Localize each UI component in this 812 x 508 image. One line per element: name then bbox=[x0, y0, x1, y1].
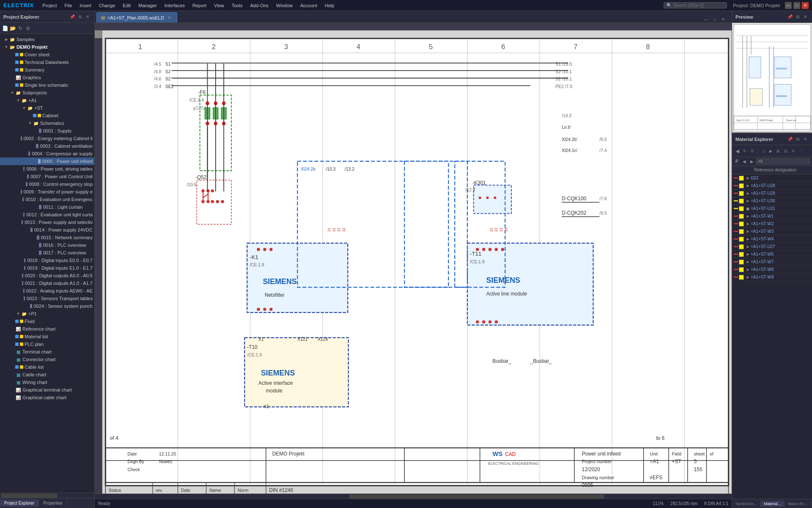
preview-float-btn[interactable]: ⧉ bbox=[794, 14, 801, 20]
tree-item-0007[interactable]: 0007 : Power unit Control Unit bbox=[0, 173, 94, 180]
tab-project-explorer[interactable]: Project Explorer bbox=[0, 500, 39, 507]
tree-item-0006[interactable]: 0006 : Power unit, driving tables bbox=[0, 165, 94, 173]
mat-search-field[interactable]: All bbox=[756, 158, 810, 164]
tree-item-0024[interactable]: 0024 : Sensor system punch bbox=[0, 302, 94, 310]
tree-item-material-list[interactable]: Material list bbox=[0, 333, 94, 340]
active-tab[interactable]: ▤ =A1+ST_Plan.0005.wsELD ✕ bbox=[96, 12, 177, 22]
menu-manager[interactable]: Manager bbox=[135, 2, 160, 9]
toggle-subprojects[interactable]: ▼ bbox=[9, 90, 15, 96]
maximize-button[interactable]: □ bbox=[793, 2, 800, 9]
tree-item-single-line[interactable]: Single line schematic bbox=[0, 81, 94, 89]
mat-row-2[interactable]: ➤ =A1+ST-U29 bbox=[732, 190, 812, 197]
tree-item-cable-list[interactable]: Cable list bbox=[0, 363, 94, 371]
tree-item-0018[interactable]: 0018 : Digital inputs E0.0 - E0.7 bbox=[0, 257, 94, 264]
tree-item-0021[interactable]: 0021 : Digital outputs A1.0 - A1.7 bbox=[0, 279, 94, 287]
panel-close-button[interactable]: ✕ bbox=[84, 14, 91, 20]
menu-window[interactable]: Window bbox=[273, 2, 296, 9]
menu-change[interactable]: Change bbox=[96, 2, 119, 9]
toggle-p1[interactable]: ▼ bbox=[15, 311, 21, 317]
tree-item-summary[interactable]: Summary bbox=[0, 66, 94, 74]
tree-item-0022[interactable]: 0022 : Analog inputs AEW0 - AE bbox=[0, 287, 94, 295]
menu-view[interactable]: View bbox=[211, 2, 228, 9]
mat-float-btn[interactable]: ⧉ bbox=[794, 136, 801, 143]
mat-row-8[interactable]: ➤ =A1+ST-W4 bbox=[732, 235, 812, 243]
mat-btn1[interactable]: ◁ bbox=[760, 148, 766, 155]
mat-row-6[interactable]: ➤ =A1+ST-W2 bbox=[732, 220, 812, 228]
tab-material-explorer[interactable]: Material... bbox=[761, 501, 785, 507]
tab-close-button[interactable]: ✕ bbox=[167, 15, 173, 21]
menu-account[interactable]: Account bbox=[297, 2, 321, 9]
preview-close-btn[interactable]: ✕ bbox=[802, 14, 809, 20]
menu-report[interactable]: Report bbox=[189, 2, 210, 9]
mat-row-13[interactable]: ➤ =A1+ST-W9 bbox=[732, 273, 812, 281]
mat-row-5[interactable]: ➤ =A1+ST-W1 bbox=[732, 213, 812, 220]
menu-file[interactable]: File bbox=[61, 2, 76, 9]
settings-button[interactable]: ⚙ bbox=[25, 25, 31, 32]
tab-symbol-explorer[interactable]: Symbol Ex... bbox=[732, 501, 761, 507]
panel-float-button[interactable]: ⧉ bbox=[77, 14, 83, 20]
menu-project[interactable]: Project bbox=[39, 2, 60, 9]
toggle-samples[interactable]: ▶ bbox=[3, 36, 9, 42]
toggle-demo[interactable]: ▼ bbox=[3, 44, 9, 50]
panel-restore-btn[interactable]: □ bbox=[711, 16, 718, 22]
toggle-st[interactable]: ▼ bbox=[21, 105, 27, 111]
tree-item-0008[interactable]: 0008 : Control emergency stop bbox=[0, 180, 94, 188]
search-input[interactable] bbox=[673, 3, 724, 8]
mat-close-btn[interactable]: ✕ bbox=[802, 136, 809, 143]
tree-item-0014[interactable]: 0014 : Power supply 24VDC bbox=[0, 226, 94, 234]
mat-arrow-left[interactable]: ◀ bbox=[741, 158, 748, 165]
tree-item-graphical-cable[interactable]: 📊 Graphical cable chart bbox=[0, 394, 94, 401]
mat-btn5[interactable]: ↯ bbox=[790, 148, 797, 155]
mat-btn4[interactable]: ⊟ bbox=[782, 148, 789, 155]
minimize-button[interactable]: — bbox=[785, 2, 792, 9]
preview-pin-btn[interactable]: 📌 bbox=[787, 14, 793, 20]
tree-item-p1[interactable]: ▼ 📁 +P1 bbox=[0, 310, 94, 318]
panel-close-doc-btn[interactable]: ✕ bbox=[720, 16, 727, 22]
mat-row-11[interactable]: ➤ =A1+ST-W7 bbox=[732, 258, 812, 266]
tree-item-0003[interactable]: 0003 : Cabinet ventilation bbox=[0, 142, 94, 150]
tab-macro-explorer[interactable]: Macro Ex... bbox=[785, 501, 811, 507]
tree-item-tech-datasheets[interactable]: Technical Datasheets bbox=[0, 58, 94, 66]
tree-item-0002[interactable]: 0002 : Energy metering Cabinet li bbox=[0, 135, 94, 142]
search-box[interactable]: 🔍 bbox=[664, 2, 727, 8]
tab-properties[interactable]: Properties bbox=[39, 500, 67, 507]
tree-item-st[interactable]: ▼ 📁 +ST bbox=[0, 104, 94, 112]
menu-interfaces[interactable]: Interfaces bbox=[161, 2, 188, 9]
tree-item-terminal-chart[interactable]: ▦ Terminal chart bbox=[0, 348, 94, 356]
tree-item-0009[interactable]: 0009 : Transfer of power supply e bbox=[0, 188, 94, 196]
tree-item-demo-projekt[interactable]: ▼ 📂 DEMO Projekt bbox=[0, 43, 94, 51]
tree-item-0013[interactable]: 0013 : Power supply and selectiv bbox=[0, 218, 94, 226]
close-button[interactable]: ✕ bbox=[802, 2, 809, 9]
explorer-hscrollbar[interactable] bbox=[0, 493, 94, 498]
tree-item-graphical-terminal[interactable]: 📊 Graphical terminal chart bbox=[0, 386, 94, 394]
menu-edit[interactable]: Edit bbox=[119, 2, 134, 9]
toggle-schematics[interactable]: ▼ bbox=[27, 120, 33, 126]
tree-item-cable-chart[interactable]: ▦ Cable chart bbox=[0, 371, 94, 378]
tree-item-0001[interactable]: 0001 : Supply bbox=[0, 127, 94, 135]
tree-item-0020[interactable]: 0020 : Digital outputs A0.0 - A0.5 bbox=[0, 272, 94, 279]
canvas-hscrollbar[interactable] bbox=[95, 494, 732, 499]
tree-item-samples[interactable]: ▶ 📁 Samples bbox=[0, 36, 94, 43]
menu-insert[interactable]: Insert bbox=[76, 2, 95, 9]
mat-arrow-right[interactable]: ▶ bbox=[749, 158, 755, 165]
tree-item-0010[interactable]: 0010 : Evaluation unit Emergenc bbox=[0, 196, 94, 203]
mat-row-4[interactable]: ▣ =A1+ST-U31 bbox=[732, 205, 812, 213]
refresh-button[interactable]: ↻ bbox=[17, 25, 24, 32]
tree-item-0017[interactable]: 0017 : PLC overview bbox=[0, 249, 94, 257]
new-button[interactable]: 📄 bbox=[2, 25, 8, 32]
mat-refresh-btn[interactable]: ↻ bbox=[741, 148, 748, 155]
toggle-a1[interactable]: ▼ bbox=[15, 97, 21, 103]
mat-row-10[interactable]: ➤ =A1+ST-W5 bbox=[732, 251, 812, 258]
open-button[interactable]: 📂 bbox=[9, 25, 16, 32]
mat-copy-btn[interactable]: ⎘ bbox=[749, 148, 756, 155]
mat-row-3[interactable]: ➤ =A1+ST-U30 bbox=[732, 197, 812, 205]
tree-item-schematics[interactable]: ▼ 📁 Schematics bbox=[0, 119, 94, 127]
menu-addons[interactable]: Add-Ons bbox=[247, 2, 272, 9]
mat-btn6[interactable]: ⋮ bbox=[798, 148, 804, 155]
tree-item-0011[interactable]: 0011 : Light curtain bbox=[0, 203, 94, 211]
schematic-canvas[interactable]: 1 2 3 4 5 6 7 8 /4.5 S1 /4 bbox=[102, 30, 732, 494]
tree-item-cabinet[interactable]: Cabinet bbox=[0, 112, 94, 119]
mat-btn2[interactable]: ▶ bbox=[767, 148, 774, 155]
tree-item-plc-plan[interactable]: PLC plan bbox=[0, 340, 94, 348]
mat-pin-btn[interactable]: 📌 bbox=[787, 136, 793, 143]
